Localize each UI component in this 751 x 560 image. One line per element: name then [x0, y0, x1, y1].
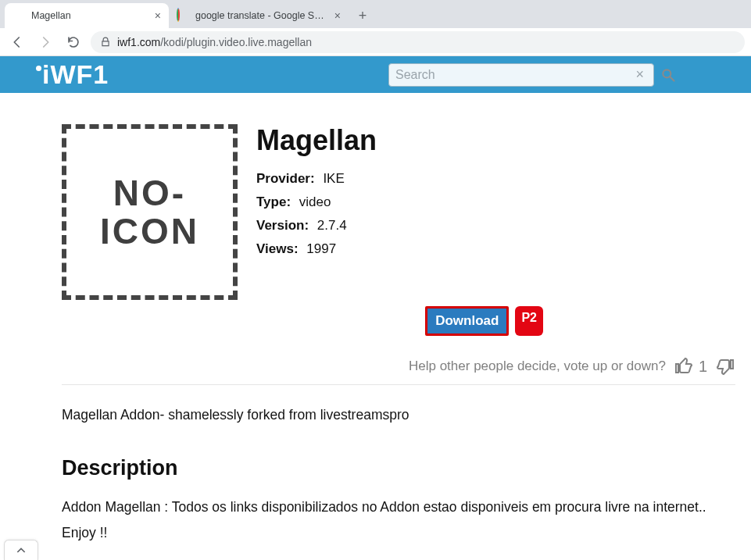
address-bar[interactable]: iwf1.com/kodi/plugin.video.live.magellan — [91, 31, 745, 53]
field-label: Type: — [256, 194, 291, 209]
site-header: iWF1 × — [0, 56, 751, 93]
scroll-to-top-button[interactable] — [4, 540, 38, 560]
back-button[interactable] — [6, 31, 28, 53]
reload-button[interactable] — [63, 31, 84, 53]
search-input[interactable] — [395, 68, 632, 82]
browser-tab[interactable]: google translate - Google Search × — [169, 3, 349, 28]
site-logo[interactable]: iWF1 — [34, 59, 109, 90]
field-value: 2.7.4 — [317, 218, 347, 233]
vote-up-count: 1 — [699, 358, 707, 376]
tab-title: google translate - Google Search — [195, 10, 328, 21]
browser-tab-strip: Magellan × google translate - Google Sea… — [0, 0, 751, 28]
thumbs-up-icon[interactable] — [674, 356, 694, 376]
favicon-icon — [177, 9, 189, 22]
url-text: iwf1.com/kodi/plugin.video.live.magellan — [117, 36, 312, 48]
site-search: × — [388, 63, 682, 87]
field-views: Views: 1997 — [256, 241, 735, 257]
forward-button[interactable] — [34, 31, 56, 53]
clear-icon[interactable]: × — [632, 66, 647, 83]
field-label: Version: — [256, 218, 309, 233]
field-type: Type: video — [256, 194, 735, 210]
no-icon-placeholder: NO- ICON — [62, 124, 238, 300]
description-body: Addon Magellan : Todos os links disponib… — [62, 494, 735, 547]
new-tab-button[interactable]: + — [352, 5, 374, 27]
page-body: NO- ICON Magellan Provider: IKE Type: vi… — [0, 93, 751, 560]
field-value: video — [299, 194, 331, 209]
svg-line-1 — [671, 77, 674, 80]
lock-icon — [100, 37, 111, 48]
description-heading: Description — [62, 456, 735, 480]
url-path: /kodi/plugin.video.live.magellan — [160, 36, 312, 48]
tab-title: Magellan — [31, 10, 148, 21]
browser-toolbar: iwf1.com/kodi/plugin.video.live.magellan — [0, 28, 751, 56]
download-button[interactable]: Download — [425, 306, 509, 336]
p2-button[interactable]: P2 — [515, 306, 543, 336]
no-icon-line: ICON — [100, 212, 199, 250]
logo-text: iWF1 — [42, 59, 109, 90]
field-label: Views: — [256, 241, 299, 256]
close-icon[interactable]: × — [334, 9, 341, 22]
no-icon-line: NO- — [100, 174, 199, 212]
field-label: Provider: — [256, 171, 315, 186]
field-value: 1997 — [306, 241, 336, 256]
vote-row: Help other people decide, vote up or dow… — [62, 356, 735, 385]
field-value: IKE — [323, 171, 344, 186]
search-button[interactable] — [654, 63, 682, 87]
addon-summary: Magellan Addon- shamelessly forked from … — [62, 407, 735, 423]
favicon-icon — [13, 9, 25, 22]
thumbs-down-icon[interactable] — [715, 356, 735, 376]
field-provider: Provider: IKE — [256, 171, 735, 187]
close-icon[interactable]: × — [155, 9, 161, 22]
search-box[interactable]: × — [388, 63, 654, 87]
vote-prompt: Help other people decide, vote up or dow… — [409, 358, 666, 374]
url-host: iwf1.com — [117, 36, 160, 48]
field-version: Version: 2.7.4 — [256, 218, 735, 234]
addon-title: Magellan — [256, 124, 735, 157]
browser-tab[interactable]: Magellan × — [5, 3, 169, 28]
